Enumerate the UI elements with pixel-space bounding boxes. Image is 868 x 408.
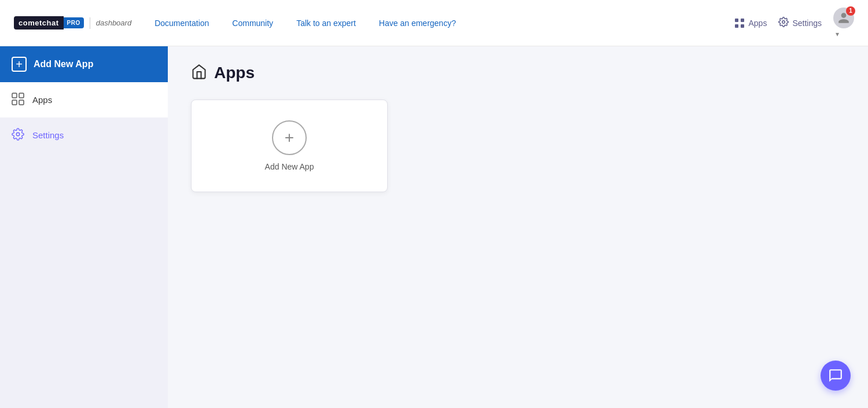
header-settings-button[interactable]: Settings	[778, 17, 822, 29]
header-apps-button[interactable]: Apps	[734, 18, 767, 28]
svg-rect-7	[12, 100, 17, 105]
apps-grid-icon	[12, 93, 24, 107]
logo-area: cometchatPRO dashboard	[14, 16, 131, 30]
chat-support-button[interactable]	[821, 361, 851, 391]
svg-rect-8	[19, 100, 24, 105]
settings-gear-icon	[778, 17, 789, 29]
nav-talk-to-expert[interactable]: Talk to an expert	[296, 19, 356, 28]
apps-grid-icon	[734, 18, 745, 28]
svg-rect-5	[12, 93, 17, 98]
logo-divider	[90, 17, 90, 29]
nav-documentation[interactable]: Documentation	[155, 19, 209, 28]
main-layout: + Add New App Apps Settings	[0, 46, 868, 408]
notification-badge: 1	[846, 6, 855, 16]
home-icon	[191, 64, 207, 82]
avatar-chevron-icon: ▾	[836, 30, 839, 38]
svg-rect-6	[19, 93, 24, 98]
settings-gear-icon	[12, 128, 24, 142]
apps-grid: + Add New App	[191, 100, 845, 192]
svg-rect-0	[735, 19, 738, 22]
add-new-app-button[interactable]: + Add New App	[0, 46, 168, 82]
add-new-app-card[interactable]: + Add New App	[191, 100, 388, 192]
svg-rect-3	[741, 24, 744, 28]
sidebar-apps-label: Apps	[32, 95, 52, 105]
sidebar-item-settings[interactable]: Settings	[0, 117, 168, 153]
svg-point-4	[782, 21, 785, 24]
nav-emergency[interactable]: Have an emergency?	[379, 19, 456, 28]
logo-subtitle: dashboard	[96, 19, 131, 27]
add-circle-icon: +	[272, 120, 307, 155]
page-title-area: Apps	[191, 64, 845, 82]
header-nav: Documentation Community Talk to an exper…	[155, 19, 734, 28]
add-new-app-label: Add New App	[34, 59, 93, 69]
svg-rect-1	[741, 19, 744, 22]
chat-bubble-icon	[828, 368, 843, 383]
page-title: Apps	[214, 64, 255, 82]
header-apps-label: Apps	[748, 19, 767, 28]
nav-community[interactable]: Community	[232, 19, 273, 28]
header-settings-label: Settings	[792, 19, 822, 28]
sidebar-item-apps[interactable]: Apps	[0, 82, 168, 117]
plus-icon: +	[12, 57, 27, 72]
main-content: Apps + Add New App	[168, 46, 868, 408]
svg-rect-2	[735, 24, 738, 28]
sidebar: + Add New App Apps Settings	[0, 46, 168, 408]
add-app-card-label: Add New App	[265, 162, 314, 171]
user-avatar-wrapper[interactable]: 1 ▾	[833, 8, 854, 39]
svg-point-9	[16, 133, 20, 136]
logo-brand: cometchat	[14, 16, 64, 30]
header: cometchatPRO dashboard Documentation Com…	[0, 0, 868, 46]
logo-plan: PRO	[64, 17, 84, 28]
header-right: Apps Settings 1 ▾	[734, 8, 854, 39]
sidebar-settings-label: Settings	[32, 130, 64, 140]
